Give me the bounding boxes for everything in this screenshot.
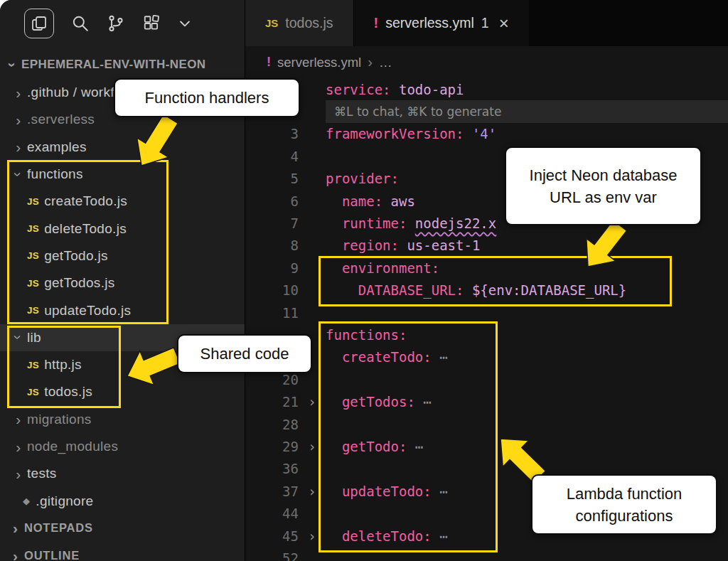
js-file-icon: JS xyxy=(27,250,39,261)
js-file-icon: JS xyxy=(265,17,278,29)
breadcrumb-file[interactable]: serverless.yml xyxy=(277,55,361,70)
fold-chevron-icon[interactable]: › xyxy=(299,439,326,454)
code-line-3[interactable]: 3frameworkVersion: '4' xyxy=(245,123,728,145)
fold-chevron-icon[interactable]: › xyxy=(299,394,326,410)
js-file-icon: JS xyxy=(27,360,39,370)
code-text: getTodos: ⋯ xyxy=(326,394,432,410)
chevron-down-icon: › xyxy=(11,329,26,346)
chevron-right-icon: › xyxy=(10,85,27,100)
line-number: 37 xyxy=(245,483,299,499)
code-line-8[interactable]: 8 region: us-east-1 xyxy=(245,235,728,257)
tree-item-getTodos-js[interactable]: JSgetTodos.js xyxy=(0,269,245,296)
code-text: functions: xyxy=(326,327,407,343)
tab-label: todos.js xyxy=(285,15,333,31)
line-number: 29 xyxy=(245,439,299,454)
js-file-icon: JS xyxy=(27,196,39,207)
tree-item-tests[interactable]: ›tests xyxy=(0,460,245,487)
tree-item-outline[interactable]: ›OUTLINE xyxy=(0,542,245,561)
line-number: 8 xyxy=(245,237,299,253)
explorer-icon[interactable] xyxy=(24,9,54,38)
close-icon[interactable]: × xyxy=(499,15,509,32)
js-file-icon: JS xyxy=(27,278,39,289)
code-line-21[interactable]: 21› getTodos: ⋯ xyxy=(245,390,728,412)
tree-item-examples[interactable]: ›examples xyxy=(0,134,245,161)
code-line[interactable]: functions: xyxy=(245,324,728,346)
tree-item-label: functions xyxy=(27,166,83,182)
chevron-down-icon: › xyxy=(6,56,21,73)
callout-text: configurations xyxy=(576,505,673,527)
tree-item-updateTodo-js[interactable]: JSupdateTodo.js xyxy=(0,296,245,324)
chevron-down-icon: › xyxy=(11,166,26,183)
tree-item-label: getTodo.js xyxy=(44,248,108,264)
code-line[interactable]: service: todo-api xyxy=(245,78,728,100)
tree-item-label: getTodos.js xyxy=(44,275,114,291)
tree-item-deleteTodo-js[interactable]: JSdeleteTodo.js xyxy=(0,215,245,242)
tree-item-functions[interactable]: ›functions xyxy=(0,161,245,188)
chevron-right-icon: › xyxy=(7,548,24,561)
code-text: service: todo-api xyxy=(326,82,464,97)
code-text: updateTodo: ⋯ xyxy=(326,483,448,499)
tree-item-label: lib xyxy=(27,330,41,346)
chevron-right-icon: › xyxy=(7,520,24,535)
tree-item-label: examples xyxy=(27,139,87,155)
line-number: 6 xyxy=(245,193,299,209)
tab-serverless-yml[interactable]: ! serverless.yml 1 × xyxy=(354,0,529,46)
tree-item-gitignore[interactable]: ◆.gitignore xyxy=(0,487,245,514)
tree-item-migrations[interactable]: ›migrations xyxy=(0,406,245,433)
code-line[interactable]: createTodo: ⋯ xyxy=(245,346,728,368)
search-icon[interactable] xyxy=(71,14,90,33)
line-number: 45 xyxy=(245,528,299,544)
code-line[interactable]: ⌘L to chat, ⌘K to generate xyxy=(245,100,728,122)
code-text: DATABASE_URL: ${env:DATABASE_URL} xyxy=(326,282,626,298)
code-line-20[interactable]: 20 xyxy=(245,368,728,390)
tree-item-createTodo-js[interactable]: JScreateTodo.js xyxy=(0,188,245,215)
code-text: getTodo: ⋯ xyxy=(326,439,423,454)
tree-item-todos-js[interactable]: JStodos.js xyxy=(0,378,245,405)
chevron-down-icon[interactable] xyxy=(178,16,192,31)
callout-function-handlers: Function handlers xyxy=(114,78,300,117)
line-number: 28 xyxy=(245,417,299,432)
fold-chevron-icon[interactable]: › xyxy=(299,483,326,499)
tree-item-label: node_modules xyxy=(27,439,118,454)
line-number: 9 xyxy=(245,260,299,276)
source-control-icon[interactable] xyxy=(107,14,125,33)
tree-item-notepads[interactable]: ›NOTEPADS xyxy=(0,515,245,542)
project-name: EPHEMERAL-ENV-WITH-NEON xyxy=(21,58,205,72)
line-number: 11 xyxy=(245,305,299,321)
gitignore-icon: ◆ xyxy=(23,496,30,506)
chevron-right-icon: › xyxy=(368,54,373,70)
callout-text: Inject Neon database xyxy=(530,164,678,186)
chevron-right-icon: › xyxy=(10,466,27,481)
js-file-icon: JS xyxy=(27,305,39,316)
tree-item-node-modules[interactable]: ›node_modules xyxy=(0,433,245,460)
chevron-right-icon: › xyxy=(10,112,27,127)
project-root[interactable]: › EPHEMERAL-ENV-WITH-NEON xyxy=(0,50,245,79)
callout-text: Lambda function xyxy=(567,483,682,505)
callout-text: URL as env var xyxy=(550,186,657,208)
code-line-10[interactable]: 10 DATABASE_URL: ${env:DATABASE_URL} xyxy=(245,279,728,301)
callout-inject-neon-db-url: Inject Neon databaseURL as env var xyxy=(505,146,702,225)
line-number: 44 xyxy=(245,506,299,521)
code-line-28[interactable]: 28 xyxy=(245,413,728,435)
tree-item-getTodo-js[interactable]: JSgetTodo.js xyxy=(0,242,245,269)
code-line-52[interactable]: 52 xyxy=(245,547,728,561)
callout-lambda-function-configurations: Lambda functionconfigurations xyxy=(531,474,717,535)
fold-chevron-icon[interactable]: › xyxy=(299,528,326,544)
code-line-29[interactable]: 29› getTodo: ⋯ xyxy=(245,435,728,457)
tab-bar: JS todos.js ! serverless.yml 1 × xyxy=(245,0,728,46)
extensions-icon[interactable] xyxy=(142,14,161,33)
file-tree: ›.github / workflows›.serverless›example… xyxy=(0,79,245,561)
breadcrumb-more[interactable]: … xyxy=(379,55,392,70)
code-line-9[interactable]: 9 environment: xyxy=(245,257,728,279)
tab-todos-js[interactable]: JS todos.js xyxy=(245,0,354,46)
callout-text: Shared code xyxy=(200,343,289,365)
code-text: name: aws xyxy=(326,193,415,209)
tree-item-label: NOTEPADS xyxy=(24,521,93,535)
line-number: 21 xyxy=(245,394,299,410)
line-number: 3 xyxy=(245,126,299,141)
activity-bar xyxy=(0,0,245,46)
tree-item-label: OUTLINE xyxy=(24,549,80,561)
line-number: 10 xyxy=(245,282,299,298)
code-line-11[interactable]: 11 xyxy=(245,301,728,324)
line-number: 52 xyxy=(245,550,299,561)
